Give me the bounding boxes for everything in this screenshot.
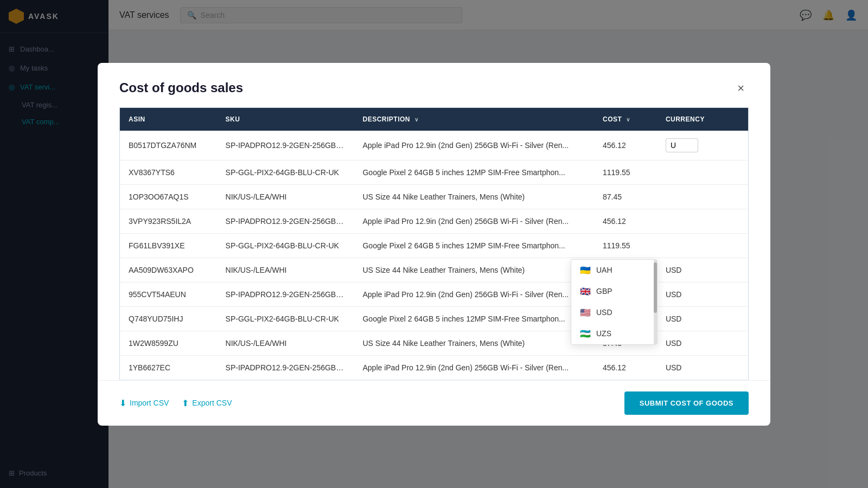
cell-description: Apple iPad Pro 12.9in (2nd Gen) 256GB Wi… [354,355,594,380]
cell-sku: SP-GGL-PIX2-64GB-BLU-CR-UK [217,233,354,258]
table-row: XV8367YTS6SP-GGL-PIX2-64GB-BLU-CR-UKGoog… [120,160,749,184]
cell-description: Google Pixel 2 64GB 5 inches 12MP SIM-Fr… [354,233,594,258]
cell-sku: NIK/US-/LEA/WHI [217,184,354,209]
cell-currency: USD [657,306,749,331]
cell-description: US Size 44 Nike Leather Trainers, Mens (… [354,331,594,355]
cell-currency: USD [657,355,749,380]
table-row: FG61LBV391XESP-GGL-PIX2-64GB-BLU-CR-UKGo… [120,233,749,258]
cell-sku: SP-IPADPRO12.9-2GEN-256GB-SIL-C... [217,355,354,380]
cell-sku: SP-IPADPRO12.9-2GEN-256GB-SIL-C... [217,131,354,160]
cell-cost: 456.12 [594,355,657,380]
modal-footer: ⬇ Import CSV ⬆ Export CSV SUBMIT COST OF… [98,380,770,426]
export-csv-button[interactable]: ⬆ Export CSV [182,398,232,408]
cell-sku: SP-GGL-PIX2-64GB-BLU-CR-UK [217,306,354,331]
cell-currency [657,233,749,258]
uzs-flag: 🇺🇿 [580,329,591,339]
table-row: B0517DTGZA76NMSP-IPADPRO12.9-2GEN-256GB-… [120,131,749,160]
cell-currency: USD [657,331,749,355]
cell-sku: SP-GGL-PIX2-64GB-BLU-CR-UK [217,160,354,184]
col-header-description[interactable]: DESCRIPTION ∨ [354,107,594,131]
uzs-label: UZS [596,329,611,338]
import-csv-button[interactable]: ⬇ Import CSV [119,398,169,408]
table-row: 1OP3OO67AQ1SNIK/US-/LEA/WHIUS Size 44 Ni… [120,184,749,209]
table-row: 1YB6627ECSP-IPADPRO12.9-2GEN-256GB-SIL-C… [120,355,749,380]
usd-flag: 🇺🇸 [580,307,591,318]
cell-cost: 1119.55 [594,233,657,258]
modal-backdrop[interactable]: Cost of goods sales × ASIN SKU DESCRIPTI… [0,0,868,488]
dropdown-scrollbar[interactable] [654,260,657,344]
cell-asin: AA509DW63XAPO [120,258,217,282]
table-row: 3VPY923RS5IL2ASP-IPADPRO12.9-2GEN-256GB-… [120,209,749,233]
cell-asin: Q748YUD75IHJ [120,306,217,331]
cell-sku: SP-IPADPRO12.9-2GEN-256GB-SIL-C... [217,282,354,306]
cell-cost: 87.45 [594,184,657,209]
cell-currency [657,184,749,209]
cell-cost: 456.12 [594,209,657,233]
submit-cost-of-goods-button[interactable]: SUBMIT COST OF GOODS [624,391,749,415]
dropdown-scrollbar-thumb [654,262,657,313]
modal-dialog: Cost of goods sales × ASIN SKU DESCRIPTI… [98,63,770,426]
dropdown-item-usd[interactable]: 🇺🇸 USD [571,302,657,323]
cell-cost: 456.12 [594,131,657,160]
cell-currency [657,131,749,160]
col-header-currency: CURRENCY [657,107,749,131]
close-button[interactable]: × [733,80,749,97]
cell-description: Google Pixel 2 64GB 5 inches 12MP SIM-Fr… [354,160,594,184]
modal-title: Cost of goods sales [119,80,243,95]
col-header-cost[interactable]: COST ∨ [594,107,657,131]
cell-description: US Size 44 Nike Leather Trainers, Mens (… [354,258,594,282]
cell-sku: SP-IPADPRO12.9-2GEN-256GB-SIL-C... [217,209,354,233]
cell-asin: XV8367YTS6 [120,160,217,184]
export-icon: ⬆ [182,398,189,408]
dropdown-item-uah[interactable]: 🇺🇦 UAH [571,260,657,281]
cell-cost: 1119.55 [594,160,657,184]
cell-currency: USD [657,258,749,282]
cell-asin: 1OP3OO67AQ1S [120,184,217,209]
cell-asin: FG61LBV391XE [120,233,217,258]
description-sort-icon: ∨ [414,117,419,123]
cell-currency: USD [657,282,749,306]
cell-currency [657,160,749,184]
cell-asin: 955CVT54AEUN [120,282,217,306]
col-header-sku: SKU [217,107,354,131]
table-container: ASIN SKU DESCRIPTION ∨ COST ∨ [98,107,770,380]
cell-asin: 1W2W8599ZU [120,331,217,355]
gbp-flag: 🇬🇧 [580,286,591,297]
cell-currency [657,209,749,233]
cell-sku: NIK/US-/LEA/WHI [217,331,354,355]
cell-description: Google Pixel 2 64GB 5 inches 12MP SIM-Fr… [354,306,594,331]
uah-flag: 🇺🇦 [580,265,591,275]
cell-asin: B0517DTGZA76NM [120,131,217,160]
usd-label: USD [596,308,612,317]
cell-description: Apple iPad Pro 12.9in (2nd Gen) 256GB Wi… [354,282,594,306]
footer-left-actions: ⬇ Import CSV ⬆ Export CSV [119,398,232,408]
currency-dropdown[interactable]: 🇺🇦 UAH 🇬🇧 GBP 🇺🇸 USD 🇺🇿 UZS [571,259,658,345]
cell-asin: 3VPY923RS5IL2A [120,209,217,233]
modal-header: Cost of goods sales × [98,63,770,107]
cell-sku: NIK/US-/LEA/WHI [217,258,354,282]
cell-asin: 1YB6627EC [120,355,217,380]
gbp-label: GBP [596,287,612,296]
currency-input-field[interactable] [666,138,698,152]
import-icon: ⬇ [119,398,126,408]
uah-label: UAH [596,266,612,274]
dropdown-item-uzs[interactable]: 🇺🇿 UZS [571,323,657,344]
col-header-asin: ASIN [120,107,217,131]
cost-sort-icon: ∨ [626,117,630,123]
cell-description: Apple iPad Pro 12.9in (2nd Gen) 256GB Wi… [354,131,594,160]
dropdown-item-gbp[interactable]: 🇬🇧 GBP [571,281,657,302]
cell-description: Apple iPad Pro 12.9in (2nd Gen) 256GB Wi… [354,209,594,233]
cell-description: US Size 44 Nike Leather Trainers, Mens (… [354,184,594,209]
